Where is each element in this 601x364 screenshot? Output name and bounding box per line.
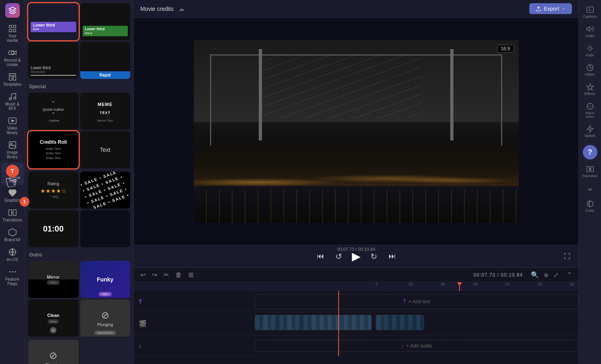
svg-rect-0 bbox=[9, 25, 11, 28]
template-plunging-1[interactable]: ⊘ Plunging Intro/Outro bbox=[80, 300, 131, 337]
svg-rect-6 bbox=[9, 74, 16, 76]
svg-point-17 bbox=[9, 271, 10, 272]
sidebar-item-record-create[interactable]: Record & create bbox=[1, 46, 24, 69]
right-sidebar: Captions Audio Fade Filters Effects Adju… bbox=[578, 0, 601, 364]
template-mirror[interactable]: Mirror Intro bbox=[28, 261, 79, 298]
zoom-in-button[interactable]: ⊕ bbox=[542, 271, 550, 279]
video-clip-2[interactable] bbox=[376, 315, 424, 330]
timeline-area: ↩ ↪ ✂ 🗑 ⊞ 00:07.73 / 00:10.84 🔍 ⊕ ⤢ ⌃ 0 … bbox=[134, 267, 578, 364]
cut-button[interactable]: ✂ bbox=[162, 270, 171, 279]
timeline-time: 00:07.73 / 00:10.84 bbox=[474, 272, 523, 278]
help-button[interactable]: ? bbox=[583, 145, 597, 159]
preview-area: 16:9 bbox=[134, 18, 578, 245]
preview-video: 16:9 bbox=[194, 40, 519, 223]
color-button[interactable]: Color bbox=[580, 197, 600, 215]
fullscreen-button[interactable]: ⛶ bbox=[562, 251, 572, 262]
video-clip-1[interactable] bbox=[255, 315, 372, 330]
project-title: Movie credits bbox=[140, 6, 173, 12]
sidebar-item-graphics[interactable]: Graphics bbox=[1, 186, 24, 205]
speed-button[interactable]: Speed bbox=[580, 122, 600, 140]
playback-bar: ⏮ ↺ ▶ ↻ ⏭ ⛶ 00:07.73 / 00:10.84 bbox=[134, 245, 578, 267]
template-rating[interactable]: Rating ★★★★☆ ·····ting bbox=[28, 172, 79, 209]
svg-point-9 bbox=[9, 98, 11, 100]
template-lower-third-green[interactable]: Lower third third bbox=[80, 3, 131, 40]
audio-track-content[interactable]: ♪ + Add audio bbox=[255, 335, 578, 356]
outro-section-label: Outro bbox=[25, 249, 133, 259]
captions-button[interactable]: Captions bbox=[580, 3, 600, 21]
audio-settings-button[interactable]: Audio bbox=[580, 23, 600, 40]
sidebar-item-text[interactable]: T Text ☞ 1 bbox=[1, 162, 24, 185]
text-track-row: T T + Add text bbox=[134, 291, 578, 312]
timeline-toolbar: ↩ ↪ ✂ 🗑 ⊞ 00:07.73 / 00:10.84 🔍 ⊕ ⤢ ⌃ bbox=[134, 268, 578, 282]
template-sale[interactable]: • SALE • SALE •• SALE • SALE •• SALE • S… bbox=[80, 172, 131, 209]
timeline-zoom: 🔍 ⊕ ⤢ bbox=[529, 270, 560, 279]
svg-rect-2 bbox=[9, 29, 11, 32]
text-track-label: T bbox=[134, 298, 255, 305]
sidebar-item-video-library[interactable]: Video library bbox=[1, 114, 24, 137]
sidebar-right-toggle[interactable] bbox=[580, 183, 600, 196]
filters-button[interactable]: Filters bbox=[580, 61, 600, 79]
redo-button[interactable]: ↪ bbox=[150, 270, 159, 279]
zoom-out-button[interactable]: 🔍 bbox=[529, 270, 541, 279]
lt-bar-1: Lower third Edit bbox=[31, 22, 76, 32]
template-text-plain[interactable]: Text bbox=[80, 131, 131, 168]
sidebar-item-transitions[interactable]: Transitions bbox=[1, 206, 24, 225]
sidebar-item-your-media[interactable]: Your media bbox=[1, 22, 24, 45]
left-sidebar: Your media Record & create Templates Mus… bbox=[0, 0, 25, 364]
sidebar-item-templates[interactable]: Templates bbox=[1, 70, 24, 89]
svg-point-4 bbox=[11, 51, 14, 54]
split-button[interactable]: ⊞ bbox=[187, 270, 195, 279]
export-button[interactable]: Export bbox=[529, 3, 572, 14]
template-blank[interactable] bbox=[80, 210, 131, 247]
template-plunging-2[interactable]: ⊘ Plunging Intro/Outro bbox=[28, 340, 79, 364]
sidebar-item-brand-kit[interactable]: Brand kit bbox=[1, 225, 24, 244]
svg-rect-3 bbox=[13, 29, 15, 32]
svg-rect-14 bbox=[8, 210, 11, 216]
svg-rect-8 bbox=[13, 77, 15, 80]
svg-point-10 bbox=[13, 97, 16, 99]
fit-button[interactable]: ⤢ bbox=[552, 270, 560, 279]
template-quote-author[interactable]: " Quote Author " ~ Author bbox=[28, 93, 79, 130]
template-lower-third-minimal[interactable]: Lower third Minimalist bbox=[28, 42, 79, 79]
template-credits-roll[interactable]: Credits Roll Enter Text Enter Text Enter… bbox=[28, 131, 79, 168]
forward-button[interactable]: ↻ bbox=[369, 250, 379, 263]
svg-point-18 bbox=[12, 271, 13, 272]
rewind-button[interactable]: ↺ bbox=[334, 250, 344, 263]
effects-button[interactable]: Effects bbox=[580, 81, 600, 98]
time-display: 00:07.73 / 00:10.84 bbox=[337, 247, 375, 252]
undo-button[interactable]: ↩ bbox=[139, 270, 147, 279]
playhead bbox=[338, 291, 339, 312]
bridge-background bbox=[194, 40, 519, 223]
sidebar-item-language[interactable]: en-US bbox=[1, 245, 24, 264]
timeline-expand-button[interactable]: ⌃ bbox=[565, 270, 574, 279]
skip-back-button[interactable]: ⏮ bbox=[315, 250, 326, 262]
template-lower-third-rapid[interactable]: Rapid bbox=[80, 42, 131, 79]
template-timer[interactable]: 01:00 bbox=[28, 210, 79, 247]
delete-button[interactable]: 🗑 bbox=[174, 271, 183, 279]
transition-button[interactable]: Transition bbox=[580, 163, 600, 180]
text-templates-panel: Lower third Edit Lower third third Lower… bbox=[25, 0, 134, 364]
sidebar-item-image-library[interactable]: Image library bbox=[1, 138, 24, 161]
audio-track-row: ♪ ♪ + Add audio bbox=[134, 335, 578, 356]
sidebar-item-music-sfx[interactable]: Music & SFX bbox=[1, 90, 24, 113]
timeline-tracks: T T + Add text 🎬 bbox=[134, 291, 578, 364]
text-track-content[interactable]: T + Add text bbox=[255, 291, 578, 312]
timeline-ruler: 0 :03 :06 :09 :12 :15 :18 :21 :24 bbox=[134, 282, 578, 291]
template-funky[interactable]: Funky Intro bbox=[80, 261, 131, 298]
template-meme-text[interactable]: MEME TEXT Meme Text bbox=[80, 93, 131, 130]
svg-rect-12 bbox=[9, 142, 16, 149]
video-track-content[interactable] bbox=[255, 312, 578, 335]
template-lower-third-gradient[interactable]: Lower third Edit bbox=[28, 3, 79, 40]
skip-forward-button[interactable]: ⏭ bbox=[387, 250, 397, 262]
svg-rect-7 bbox=[9, 77, 12, 80]
adjust-colors-button[interactable]: Adjust colors bbox=[580, 100, 600, 121]
add-audio-button[interactable]: ♪ + Add audio bbox=[255, 340, 578, 352]
topbar: Movie credits ☁ Export bbox=[134, 0, 578, 18]
add-text-button[interactable]: T + Add text bbox=[255, 294, 578, 309]
fade-button[interactable]: Fade bbox=[580, 42, 600, 60]
special-section-label: Special bbox=[25, 81, 133, 91]
sidebar-item-feature-flags[interactable]: Feature Flags bbox=[1, 265, 24, 288]
audio-track-label: ♪ bbox=[134, 343, 255, 349]
video-playhead bbox=[338, 312, 339, 335]
template-clean[interactable]: Clean Intro ⊙ bbox=[28, 300, 79, 337]
